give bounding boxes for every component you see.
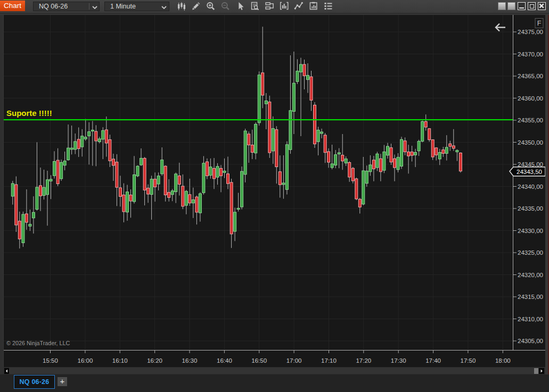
svg-text:24315,00: 24315,00: [518, 294, 543, 300]
svg-text:24335,00: 24335,00: [518, 205, 543, 212]
svg-text:24375,00: 24375,00: [518, 29, 543, 35]
svg-text:16:20: 16:20: [147, 357, 162, 364]
svg-text:24320,00: 24320,00: [518, 272, 543, 278]
svg-text:16:10: 16:10: [112, 357, 128, 364]
svg-text:16:30: 16:30: [182, 357, 198, 364]
svg-text:24360,00: 24360,00: [518, 95, 543, 102]
svg-text:24343,50: 24343,50: [517, 169, 542, 175]
svg-text:24350,00: 24350,00: [518, 139, 543, 146]
svg-text:17:20: 17:20: [356, 357, 371, 364]
svg-text:16:00: 16:00: [78, 357, 93, 364]
svg-text:17:00: 17:00: [286, 357, 302, 364]
svg-text:17:10: 17:10: [321, 357, 337, 364]
svg-text:24365,00: 24365,00: [518, 73, 543, 79]
svg-text:17:50: 17:50: [461, 357, 476, 364]
svg-text:Suporte !!!!!: Suporte !!!!!: [6, 109, 52, 118]
svg-text:24310,00: 24310,00: [518, 316, 543, 322]
svg-text:24370,00: 24370,00: [518, 51, 543, 57]
svg-text:18:00: 18:00: [495, 357, 511, 364]
svg-text:17:30: 17:30: [391, 357, 406, 364]
svg-text:24305,00: 24305,00: [518, 338, 543, 344]
svg-text:24325,00: 24325,00: [518, 249, 543, 256]
svg-text:16:50: 16:50: [251, 357, 267, 364]
svg-text:F: F: [537, 20, 542, 27]
svg-text:15:50: 15:50: [43, 357, 58, 364]
svg-text:24345,00: 24345,00: [518, 161, 543, 168]
svg-text:17:40: 17:40: [425, 357, 441, 364]
svg-text:16:40: 16:40: [217, 357, 232, 364]
svg-text:© 2026 NinjaTrader, LLC: © 2026 NinjaTrader, LLC: [6, 340, 70, 346]
svg-text:24340,00: 24340,00: [518, 184, 543, 190]
svg-text:24355,00: 24355,00: [518, 117, 543, 123]
svg-text:24330,00: 24330,00: [518, 228, 543, 234]
